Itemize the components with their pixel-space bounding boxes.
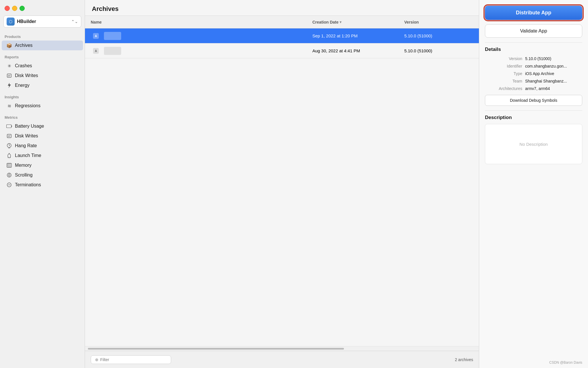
sidebar-item-crashes-label: Crashes	[15, 63, 32, 68]
svg-line-12	[8, 148, 9, 148]
sidebar-item-archives-label: Archives	[15, 43, 32, 48]
detail-identifier-row: Identifier com.shangbanzu.gon...	[485, 64, 582, 68]
row-version: 5.10.0 (51000)	[404, 33, 473, 38]
no-description-text: No Description	[519, 142, 548, 147]
detail-team-row: Team Shanghai Shangbanz...	[485, 79, 582, 83]
sidebar-item-memory-label: Memory	[15, 163, 32, 168]
validate-app-button[interactable]: Validate App	[485, 24, 582, 38]
sidebar-item-scrolling[interactable]: Scrolling	[2, 170, 83, 180]
col-name-header: Name	[91, 20, 312, 24]
col-version-header: Version	[404, 20, 473, 24]
detail-architectures-label: Architectures	[485, 86, 522, 91]
svg-line-17	[10, 157, 11, 158]
svg-rect-5	[11, 126, 12, 127]
svg-rect-4	[7, 125, 11, 128]
app-icon: ⬡	[7, 18, 15, 26]
svg-rect-0	[7, 74, 11, 77]
sidebar-item-hang-rate[interactable]: Hang Rate	[2, 141, 83, 151]
disk-writes-metrics-icon	[6, 133, 12, 139]
sidebar-item-regressions[interactable]: ≋ Regressions	[2, 101, 83, 111]
horizontal-scrollbar[interactable]	[85, 346, 479, 351]
right-panel: Distribute App Validate App Details Vers…	[479, 0, 588, 368]
sidebar-item-terminations[interactable]: Terminations	[2, 180, 83, 190]
detail-type-label: Type	[485, 71, 522, 76]
section-products: Products	[0, 33, 85, 41]
svg-line-16	[8, 157, 8, 158]
regressions-icon: ≋	[6, 103, 12, 109]
details-title: Details	[485, 47, 582, 52]
close-button[interactable]	[5, 6, 10, 11]
sidebar-item-disk-writes-reports-label: Disk Writes	[15, 73, 38, 78]
download-debug-symbols-button[interactable]: Download Debug Symbols	[485, 95, 582, 106]
detail-type-value: iOS App Archive	[525, 71, 582, 76]
section-reports: Reports	[0, 54, 85, 61]
sidebar-item-hang-rate-label: Hang Rate	[15, 143, 37, 148]
chevron-icon: ⌃⌄	[71, 19, 78, 24]
row-name	[104, 47, 312, 55]
row-icon: A	[91, 31, 101, 41]
disk-writes-reports-icon	[6, 73, 12, 78]
detail-identifier-label: Identifier	[485, 64, 522, 68]
filter-input[interactable]	[100, 357, 167, 362]
svg-text:A: A	[95, 49, 97, 53]
sidebar-item-launch-time[interactable]: Launch Time	[2, 151, 83, 160]
watermark: CSDN @Baron Davis	[549, 361, 582, 365]
table-footer: ⊕ 2 archives	[85, 351, 479, 368]
fullscreen-button[interactable]	[20, 6, 25, 11]
detail-team-value: Shanghai Shangbanz...	[525, 79, 582, 83]
crashes-icon: ✳	[6, 63, 12, 69]
sort-indicator[interactable]: ▾	[340, 20, 341, 24]
table-row[interactable]: A Aug 30, 2022 at 4:41 PM 5.10.0 (51000)	[85, 43, 479, 58]
launch-time-icon	[6, 153, 12, 158]
sidebar-item-energy[interactable]: Energy	[2, 80, 83, 90]
archive-count: 2 archives	[455, 357, 473, 362]
row-date: Aug 30, 2022 at 4:41 PM	[312, 48, 404, 53]
row-date: Sep 1, 2022 at 1:20 PM	[312, 33, 404, 38]
page-title: Archives	[85, 0, 479, 16]
sidebar-item-scrolling-label: Scrolling	[15, 172, 32, 178]
sidebar-item-memory[interactable]: Memory	[2, 160, 83, 170]
detail-version-value: 5.10.0 (51000)	[525, 56, 582, 61]
app-name: HBuilder	[17, 19, 36, 24]
detail-architectures-row: Architectures armv7, arm64	[485, 86, 582, 91]
sidebar-item-disk-writes-reports[interactable]: Disk Writes	[2, 71, 83, 80]
svg-marker-3	[8, 83, 11, 88]
sidebar-item-disk-writes-metrics[interactable]: Disk Writes	[2, 131, 83, 141]
hang-rate-icon	[6, 143, 12, 149]
table-body: A Sep 1, 2022 at 1:20 PM 5.10.0 (51000) …	[85, 28, 479, 346]
minimize-button[interactable]	[12, 6, 17, 11]
distribute-app-button[interactable]: Distribute App	[485, 6, 582, 20]
sidebar-item-archives[interactable]: 📦 Archives	[2, 41, 83, 50]
filter-icon: ⊕	[95, 357, 98, 362]
terminations-icon	[6, 182, 12, 188]
row-icon: A	[91, 46, 101, 56]
scrollbar-thumb[interactable]	[88, 348, 344, 350]
details-section: Details Version 5.10.0 (51000) Identifie…	[485, 42, 582, 106]
sidebar: ⬡ HBuilder ⌃⌄ Products 📦 Archives Report…	[0, 0, 85, 368]
svg-point-25	[8, 174, 10, 176]
detail-version-label: Version	[485, 56, 522, 61]
svg-text:A: A	[95, 34, 97, 38]
svg-rect-6	[7, 134, 11, 138]
sidebar-item-crashes[interactable]: ✳ Crashes	[2, 61, 83, 71]
archives-icon: 📦	[6, 43, 12, 48]
app-selector[interactable]: ⬡ HBuilder ⌃⌄	[3, 16, 81, 28]
svg-line-13	[9, 148, 10, 148]
sidebar-item-launch-time-label: Launch Time	[15, 153, 41, 158]
energy-icon	[6, 83, 12, 88]
table-row[interactable]: A Sep 1, 2022 at 1:20 PM 5.10.0 (51000)	[85, 28, 479, 43]
memory-icon	[6, 162, 12, 168]
sidebar-item-regressions-label: Regressions	[15, 103, 40, 108]
sidebar-item-disk-writes-metrics-label: Disk Writes	[15, 133, 38, 139]
description-section: Description No Description	[485, 110, 582, 164]
scrolling-icon	[6, 172, 12, 178]
filter-box[interactable]: ⊕	[91, 355, 171, 364]
sidebar-item-energy-label: Energy	[15, 83, 30, 88]
col-date-header: Creation Date ▾	[312, 20, 404, 24]
detail-version-row: Version 5.10.0 (51000)	[485, 56, 582, 61]
sidebar-item-battery-usage-label: Battery Usage	[15, 124, 44, 129]
battery-usage-icon	[6, 123, 12, 129]
description-title: Description	[485, 115, 582, 120]
sidebar-item-battery-usage[interactable]: Battery Usage	[2, 121, 83, 131]
main-content: Archives Name Creation Date ▾ Version A …	[85, 0, 479, 368]
